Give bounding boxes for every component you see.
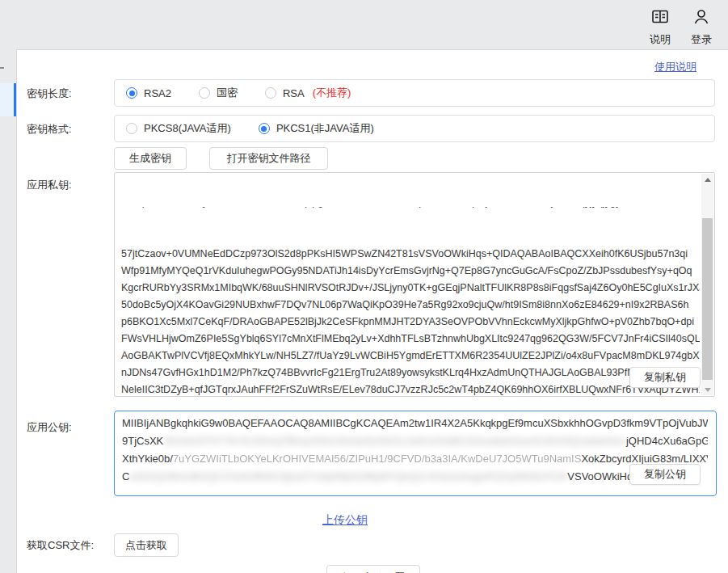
key-length-label: 密钥长度:: [27, 86, 72, 101]
open-file-location-button[interactable]: 打开文件位置: [326, 565, 420, 573]
key-length-options: RSA2 国密 RSA (不推荐): [114, 79, 715, 107]
not-recommended-warning: (不推荐): [313, 86, 351, 100]
radio-pkcs8-label: PKCS8(JAVA适用): [144, 121, 231, 136]
key-text-line: AoGBAKTwPlVCVfj8EQxMhkYLw/NH5LZ7/fUaYz9L…: [121, 348, 700, 364]
copy-public-key-button[interactable]: 复制公钥: [629, 464, 701, 485]
radio-pkcs1-label: PKCS1(非JAVA适用): [276, 121, 374, 136]
redacted-text: wIDAQABAoIBAQCXXeih0fK6USjbu57n3qiWfp91M…: [129, 470, 567, 482]
radio-pkcs1[interactable]: PKCS1(非JAVA适用): [259, 121, 374, 136]
help-button[interactable]: 说明: [638, 7, 683, 47]
private-key-label: 应用私钥:: [27, 178, 72, 192]
clipped-line: MIIEpAIBAAKCAQEAm2tw1IR4X2A5KkqkpgEf9mcu…: [121, 207, 700, 212]
key-text-line: KgcrRURbYy3SRMx1MIbqWK/68uuSHNlRVSOtRJDv…: [121, 280, 700, 297]
radio-unselected-icon: [126, 123, 137, 134]
scroll-down-icon[interactable]: [701, 384, 713, 395]
key-text-line: 57jtCzaov+0VUMNeEdDCzp973OlS2d8pPKsHI5WP…: [121, 246, 700, 263]
key-text-line: p6BKO1Xc5Mxl7CeKqF/DRAoGBAPE52lBjJk2CeSF…: [121, 314, 700, 331]
radio-selected-icon: [126, 87, 137, 99]
private-key-textarea[interactable]: MIIEpAIBAAKCAQEAm2tw1IR4X2A5KkqkpgEf9mcu…: [114, 172, 715, 397]
open-key-file-path-button[interactable]: 打开密钥文件路径: [209, 147, 328, 170]
radio-guomi-label: 国密: [217, 86, 238, 100]
key-text-line: FWsVHLHjwOmZ6PIe5SgYblq6SYl7cMnXtFlMEbq2…: [121, 331, 700, 348]
upload-public-key-link[interactable]: 上传公钥: [322, 513, 368, 528]
key-format-label: 密钥格式:: [27, 122, 72, 137]
public-key-label: 应用公钥:: [27, 420, 72, 435]
key-text-line: NeleIIC3tDZyB+qfJGTqrxJAuhFFf2FrSZuWtRsE…: [121, 381, 700, 396]
get-csr-button[interactable]: 点击获取: [114, 533, 179, 557]
csr-file-label: 获取CSR文件:: [27, 538, 94, 553]
key-text-line: XthYkie0b/7uYGZWIiTLbOKYeLKrOHIVEMAI56/Z…: [122, 450, 708, 468]
radio-rsa-label: RSA: [283, 87, 305, 99]
scrollbar-thumb[interactable]: [702, 218, 713, 380]
private-key-lines: 57jtCzaov+0VUMNeEdDCzp973OlS2d8pPKsHI5WP…: [121, 246, 700, 396]
key-tool-panel: 使用说明 密钥长度: RSA2 国密 RSA (不推荐) 密钥格式: PKCS8…: [16, 49, 728, 573]
sidebar-collapse-tick: [0, 67, 4, 69]
radio-rsa2-label: RSA2: [144, 87, 171, 99]
radio-selected-icon: [259, 123, 270, 134]
private-key-text: MIIEpAIBAAKCAQEAm2tw1IR4X2A5KkqkpgEf9mcu…: [121, 173, 700, 396]
redacted-text: JEG4n0IT0Y76+KUShvq7lf6viyXlNzUNvtar/bzN…: [163, 435, 626, 447]
radio-rsa[interactable]: RSA (不推荐): [265, 86, 351, 100]
login-button[interactable]: 登录: [679, 7, 724, 47]
key-text-line: CwIDAQABAoIBAQCXXeih0fK6USjbu57n3qiWfp91…: [122, 468, 708, 486]
key-text-line: nJDNs47GvfHGx1hD1M2/Ph7kzQ74BBvvrIcFg21E…: [121, 364, 700, 381]
faded-text: 7uYGZWIiTLbOKYeLKrOHIVEMAI56/ZIPuH1/9CFV…: [173, 453, 582, 465]
radio-guomi[interactable]: 国密: [199, 86, 238, 100]
radio-rsa2[interactable]: RSA2: [126, 87, 171, 99]
help-label: 说明: [638, 32, 683, 47]
key-text-line: 50doBc5yOjX4KOavGi29NUBxhwF7DQv7NL06p7Wa…: [121, 297, 700, 314]
key-format-options: PKCS8(JAVA适用) PKCS1(非JAVA适用): [114, 115, 715, 142]
user-icon: [692, 7, 711, 27]
radio-pkcs8[interactable]: PKCS8(JAVA适用): [126, 121, 231, 136]
scroll-up-icon[interactable]: [701, 174, 713, 185]
scrollbar-track[interactable]: [701, 174, 713, 395]
radio-unselected-icon: [265, 87, 276, 99]
public-key-text: MIIBIjANBgkqhkiG9w0BAQEFAAOCAQ8AMIIBCgKC…: [122, 415, 708, 495]
key-text-line: Wfp91MfyMYQeQ1rVKduIuhegwPOGy95NDATiJh14…: [121, 263, 700, 280]
key-text-line: MIIBIjANBgkqhkiG9w0BAQEFAAOCAQ8AMIIBCgKC…: [122, 415, 708, 432]
usage-instructions-link[interactable]: 使用说明: [654, 60, 696, 74]
sidebar-selected-highlight[interactable]: [0, 83, 14, 116]
key-text-line: 9TjCsXKJEG4n0IT0Y76+KUShvq7lf6viyXlNzUNv…: [122, 432, 708, 450]
radio-unselected-icon: [199, 87, 210, 99]
public-key-textarea[interactable]: MIIBIjANBgkqhkiG9w0BAQEFAAOCAQ8AMIIBCgKC…: [114, 411, 717, 496]
login-label: 登录: [679, 32, 724, 47]
generate-key-button[interactable]: 生成密钥: [114, 147, 187, 170]
copy-private-key-button[interactable]: 复制私钥: [629, 367, 701, 388]
book-icon: [650, 7, 670, 27]
